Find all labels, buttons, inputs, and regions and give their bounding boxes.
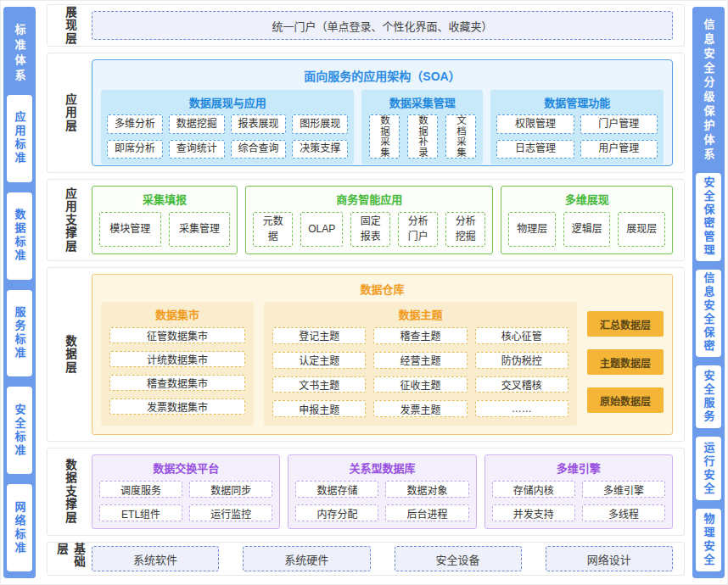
panel-multidim-display: 多维展现 物理层 逻辑层 展现层 <box>501 186 673 254</box>
node-display-layer: 展现层 <box>618 212 665 247</box>
node-data-mining: 数据挖掘 <box>169 114 225 134</box>
panel-title: 多维引擎 <box>492 458 665 481</box>
node-logical-layer: 逻辑层 <box>563 212 611 247</box>
node-data-storage: 数据存储 <box>295 481 378 498</box>
panel-title: 采集填报 <box>99 189 230 212</box>
layer-label-presentation: 展现层 <box>48 5 92 46</box>
node-jicha-mart: 稽查数据集市 <box>109 375 245 391</box>
node-metadata: 元数据 <box>253 212 293 247</box>
standard-network: 网络标准 <box>7 484 32 571</box>
node-fapiao-mart: 发票数据集市 <box>109 398 245 415</box>
soa-title: 面向服务的应用架构（SOA） <box>101 64 664 90</box>
physical-security: 物理安全 <box>696 509 721 571</box>
node-composite-query: 综合查询 <box>231 140 287 159</box>
panel-data-management: 数据管理功能 权限管理 门户管理 日志管理 用户管理 <box>490 90 664 164</box>
standard-security: 安全标准 <box>7 387 32 474</box>
security-sidebar: 信息安全分级保护体系 安全保密管理 信息安全保密 安全服务 运行安全 物理安全 <box>692 7 725 578</box>
unified-portal-node: 统一门户（单点登录、个性化界面、收藏夹） <box>92 11 673 40</box>
layer-label-base: 基础层 <box>48 543 92 575</box>
node-subject-document: 文书主题 <box>272 376 366 393</box>
node-security-device: 安全设备 <box>395 546 522 571</box>
security-service: 安全服务 <box>696 365 721 428</box>
node-analysis-mining: 分析挖掘 <box>445 212 485 247</box>
node-doc-collect: 文档采集 <box>445 114 476 159</box>
node-system-hardware: 系统硬件 <box>243 546 370 571</box>
node-background-process: 后台进程 <box>385 504 468 521</box>
panel-title: 数据展现与应用 <box>107 92 348 114</box>
layer-row-app-support: 应用支撑层 采集填报 模块管理 采集管理 商务智能应用 元数据 OLAP 固定报… <box>47 179 685 261</box>
node-fixed-report: 固定报表 <box>350 212 390 247</box>
node-subject-levy: 征收主题 <box>373 376 467 393</box>
node-module-mgmt: 模块管理 <box>99 212 161 247</box>
node-subject-more: …… <box>475 400 568 417</box>
node-memory-alloc: 内存分配 <box>295 504 378 521</box>
panel-data-presentation: 数据展现与应用 多维分析 数据挖掘 报表展现 图形展现 即席分析 查询统计 综合… <box>101 90 354 164</box>
node-collect-mgmt: 采集管理 <box>169 212 231 247</box>
node-analysis-portal: 分析门户 <box>398 212 438 247</box>
node-multidim-engine: 多维引擎 <box>582 481 665 498</box>
standard-app: 应用标准 <box>7 95 32 182</box>
node-subject-identify: 认定主题 <box>272 352 366 369</box>
layer-row-presentation: 展现层 统一门户（单点登录、个性化界面、收藏夹） <box>47 4 685 47</box>
panel-data-subject: 数据主题 登记主题 稽查主题 核心征管 认定主题 经营主题 防伪税控 文书主题 … <box>264 302 577 426</box>
node-multidim-analysis: 多维分析 <box>107 114 163 134</box>
node-run-monitor: 运行监控 <box>189 504 272 521</box>
soa-box: 面向服务的应用架构（SOA） 数据展现与应用 多维分析 数据挖掘 报表展现 图形… <box>92 59 673 166</box>
layers-column: 展现层 统一门户（单点登录、个性化界面、收藏夹） 应用层 面向服务的应用架构（S… <box>47 4 685 576</box>
standard-service: 服务标准 <box>7 290 32 377</box>
info-security-secrecy: 信息安全保密 <box>696 270 721 358</box>
data-warehouse-title: 数据仓库 <box>101 278 664 302</box>
node-data-object: 数据对象 <box>385 481 468 498</box>
panel-title: 商务智能应用 <box>253 189 485 212</box>
node-decision-support: 决策支撑 <box>292 140 348 159</box>
security-sidebar-boxes: 安全保密管理 信息安全保密 安全服务 运行安全 物理安全 <box>692 163 725 578</box>
security-sidebar-title: 信息安全分级保护体系 <box>701 7 717 163</box>
node-data-sync: 数据同步 <box>189 481 272 498</box>
node-graphic-display: 图形展现 <box>292 114 348 134</box>
node-subject-core: 核心征管 <box>475 327 568 344</box>
node-subject-data-layer: 主题数据层 <box>587 349 664 375</box>
node-data-supplement: 数据补录 <box>407 114 438 159</box>
node-jitong-mart: 计统数据集市 <box>109 351 245 367</box>
node-subject-inspect: 稽查主题 <box>373 327 467 344</box>
panel-collect-fill: 采集填报 模块管理 采集管理 <box>92 186 238 254</box>
node-etl-component: ETL组件 <box>99 504 182 521</box>
panel-bi-app: 商务智能应用 元数据 OLAP 固定报表 分析门户 分析挖掘 <box>245 186 493 254</box>
node-physical-layer: 物理层 <box>508 212 556 247</box>
node-log-mgmt: 日志管理 <box>496 140 574 159</box>
layer-row-data: 数据层 数据仓库 数据集市 征管数据集市 计统数据集市 稽查数据集市 发票数据集… <box>47 267 685 442</box>
layer-row-base: 基础层 系统软件 系统硬件 安全设备 网络设计 <box>47 542 685 576</box>
panel-multidim-engine: 多维引擎 存储内核 多维引擎 并发支持 多线程 <box>484 454 673 529</box>
standard-data: 数据标准 <box>7 192 32 280</box>
operation-security: 运行安全 <box>696 437 721 499</box>
node-query-stats: 查询统计 <box>169 140 225 159</box>
panel-title: 数据集市 <box>109 304 245 327</box>
node-adhoc-analysis: 即席分析 <box>107 140 163 159</box>
node-subject-crosscheck: 交叉稽核 <box>475 376 568 393</box>
layer-label-application: 应用层 <box>48 53 92 172</box>
node-multithread: 多线程 <box>582 504 665 521</box>
node-subject-invoice: 发票主题 <box>373 400 467 417</box>
node-subject-operation: 经营主题 <box>373 352 467 369</box>
node-user-mgmt: 用户管理 <box>580 140 658 159</box>
node-summary-data-layer: 汇总数据层 <box>587 311 664 337</box>
panel-data-exchange: 数据交换平台 调度服务 数据同步 ETL组件 运行监控 <box>92 454 280 529</box>
node-portal-mgmt: 门户管理 <box>580 114 658 134</box>
node-zhengguan-mart: 征管数据集市 <box>109 327 245 343</box>
node-concurrency-support: 并发支持 <box>492 504 575 521</box>
panel-title: 数据管理功能 <box>496 92 658 114</box>
node-olap: OLAP <box>300 212 343 247</box>
node-permission-mgmt: 权限管理 <box>496 114 574 134</box>
panel-data-collection: 数据采集管理 数据采集 数据补录 文档采集 <box>361 90 483 164</box>
panel-title: 关系型数据库 <box>295 458 468 481</box>
panel-title: 数据交换平台 <box>99 458 272 481</box>
node-schedule-service: 调度服务 <box>99 481 182 498</box>
node-system-software: 系统软件 <box>92 546 219 571</box>
layer-label-data-support: 数据支撑层 <box>48 448 92 535</box>
standards-sidebar: 标准体系 应用标准 数据标准 服务标准 安全标准 网络标准 <box>3 7 36 578</box>
data-warehouse-box: 数据仓库 数据集市 征管数据集市 计统数据集市 稽查数据集市 发票数据集市 数据… <box>92 274 673 435</box>
layer-row-application: 应用层 面向服务的应用架构（SOA） 数据展现与应用 多维分析 数据挖掘 报表展… <box>47 53 685 173</box>
node-data-collect: 数据采集 <box>369 114 400 159</box>
panel-title: 多维展现 <box>508 189 665 212</box>
node-subject-declare: 申报主题 <box>272 400 366 417</box>
